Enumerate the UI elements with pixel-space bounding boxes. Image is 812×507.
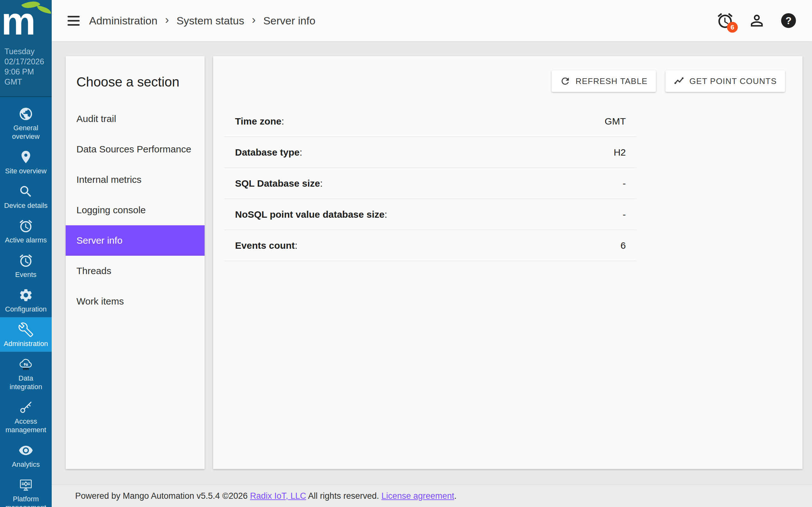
sidebar-item-label: Analytics [2, 460, 50, 469]
globe-icon [18, 107, 33, 121]
sidebar: m Tuesday 02/17/2026 9:06 PM GMT General… [0, 0, 52, 507]
powered-by-text: Powered by Mango Automation v5.5.4 ©2026 [75, 491, 250, 501]
sidebar-item-label: Access management [2, 417, 50, 434]
server-info-row-events-count: Events count: 6 [224, 230, 637, 261]
row-label: Events count: [235, 240, 298, 251]
wrench-icon [18, 322, 33, 337]
server-info-row-sql-database-size: SQL Database size: - [224, 168, 637, 199]
breadcrumb-separator-icon: › [165, 14, 169, 26]
row-label: Database type: [235, 147, 302, 158]
sidebar-item-data-integration[interactable]: Data integration [0, 352, 52, 395]
sidebar-item-access-management[interactable]: Access management [0, 395, 52, 438]
sidebar-item-device-details[interactable]: Device details [0, 179, 52, 214]
cloud-sync-icon [18, 357, 33, 372]
server-info-actions: REFRESH TABLE GET POINT COUNTS [213, 70, 785, 92]
alarm-icon [18, 219, 33, 233]
breadcrumb-separator-icon: › [252, 14, 256, 26]
row-label: Time zone: [235, 116, 284, 127]
datetime-display: Tuesday 02/17/2026 9:06 PM GMT [0, 41, 52, 97]
rights-text: All rights reserved. [306, 491, 381, 501]
leaf-icon [37, 6, 52, 14]
person-icon [748, 12, 766, 30]
key-icon [18, 400, 33, 415]
sidebar-item-label: Platform management [2, 495, 50, 507]
footer-text: Powered by Mango Automation v5.5.4 ©2026… [75, 491, 457, 501]
row-label: SQL Database size: [235, 178, 322, 189]
app-root: m Tuesday 02/17/2026 9:06 PM GMT General… [0, 0, 812, 507]
content-area: Choose a section Audit trail Data Source… [52, 41, 812, 485]
menu-toggle-icon[interactable] [67, 16, 80, 26]
row-value: - [623, 178, 626, 189]
sidebar-item-label: Active alarms [2, 236, 50, 244]
breadcrumb-item-system-status[interactable]: System status [176, 14, 244, 27]
button-get-point-counts[interactable]: GET POINT COUNTS [665, 70, 785, 92]
section-list: Audit trail Data Sources Performance Int… [66, 104, 205, 317]
section-item-work-items[interactable]: Work items [66, 286, 205, 317]
button-label: REFRESH TABLE [576, 76, 648, 86]
sidebar-item-platform-management[interactable]: Platform management [0, 472, 52, 507]
svg-text:?: ? [785, 15, 792, 26]
server-info-table: Time zone: GMT Database type: H2 SQL Dat… [224, 106, 637, 261]
sidebar-item-label: Administration [2, 339, 50, 348]
logo-letter: m [1, 2, 34, 41]
search-icon [18, 184, 33, 199]
alarm-icon [18, 253, 33, 268]
sidebar-item-administration[interactable]: Administration [0, 317, 52, 352]
row-label: NoSQL point value database size: [235, 209, 387, 220]
row-value: GMT [605, 116, 626, 127]
row-value: - [623, 209, 626, 220]
sidebar-item-label: Events [2, 270, 50, 279]
section-item-logging-console[interactable]: Logging console [66, 195, 205, 225]
weekday-text: Tuesday [4, 46, 49, 56]
trend-icon [674, 76, 684, 87]
breadcrumb: Administration › System status › Server … [89, 14, 315, 27]
main-column: Administration › System status › Server … [52, 0, 812, 507]
sidebar-item-general-overview[interactable]: General overview [0, 101, 52, 145]
notifications-badge: 6 [727, 22, 738, 33]
topbar-actions: 6 ? [716, 12, 812, 30]
map-pin-icon [18, 150, 33, 164]
section-chooser-title: Choose a section [77, 74, 194, 90]
server-info-row-database-type: Database type: H2 [224, 137, 637, 168]
footer: Powered by Mango Automation v5.5.4 ©2026… [52, 485, 812, 507]
topbar: Administration › System status › Server … [52, 0, 812, 41]
section-chooser-panel: Choose a section Audit trail Data Source… [66, 56, 205, 469]
sidebar-item-site-overview[interactable]: Site overview [0, 145, 52, 179]
button-label: GET POINT COUNTS [690, 76, 777, 86]
sidebar-item-configuration[interactable]: Configuration [0, 283, 52, 317]
section-item-server-info[interactable]: Server info [66, 225, 205, 256]
sidebar-item-label: Data integration [2, 374, 50, 391]
breadcrumb-item-server-info[interactable]: Server info [263, 14, 315, 27]
notifications-button[interactable]: 6 [716, 12, 734, 30]
sidebar-item-active-alarms[interactable]: Active alarms [0, 214, 52, 248]
company-link[interactable]: Radix IoT, LLC [250, 491, 306, 501]
sidebar-item-label: Site overview [2, 167, 50, 175]
help-icon: ? [780, 12, 798, 30]
section-item-threads[interactable]: Threads [66, 256, 205, 286]
sidebar-item-analytics[interactable]: Analytics [0, 438, 52, 472]
button-refresh-table[interactable]: REFRESH TABLE [552, 70, 656, 92]
period-text: . [454, 491, 457, 501]
eye-icon [18, 443, 33, 458]
section-item-data-sources-performance[interactable]: Data Sources Performance [66, 134, 205, 164]
server-info-row-time-zone: Time zone: GMT [224, 106, 637, 137]
section-item-audit-trail[interactable]: Audit trail [66, 104, 205, 134]
sidebar-item-label: General overview [2, 124, 50, 141]
monitor-gear-icon [18, 477, 33, 493]
section-item-internal-metrics[interactable]: Internal metrics [66, 164, 205, 195]
breadcrumb-item-administration[interactable]: Administration [89, 14, 157, 27]
date-text: 02/17/2026 [4, 56, 49, 66]
time-text: 9:06 PM GMT [4, 66, 49, 87]
mango-logo[interactable]: m [0, 0, 52, 41]
server-info-panel: REFRESH TABLE GET POINT COUNTS Time zone… [213, 56, 803, 469]
sidebar-item-events[interactable]: Events [0, 248, 52, 283]
help-button[interactable]: ? [780, 12, 798, 30]
server-info-row-nosql-point-value-database-size: NoSQL point value database size: - [224, 199, 637, 230]
user-button[interactable] [748, 12, 766, 30]
refresh-icon [560, 76, 571, 87]
row-value: 6 [620, 240, 626, 251]
sidebar-nav: General overview Site overview Device de… [0, 97, 52, 507]
gear-icon [18, 288, 33, 302]
license-agreement-link[interactable]: License agreement [381, 491, 454, 501]
sidebar-item-label: Configuration [2, 305, 50, 314]
